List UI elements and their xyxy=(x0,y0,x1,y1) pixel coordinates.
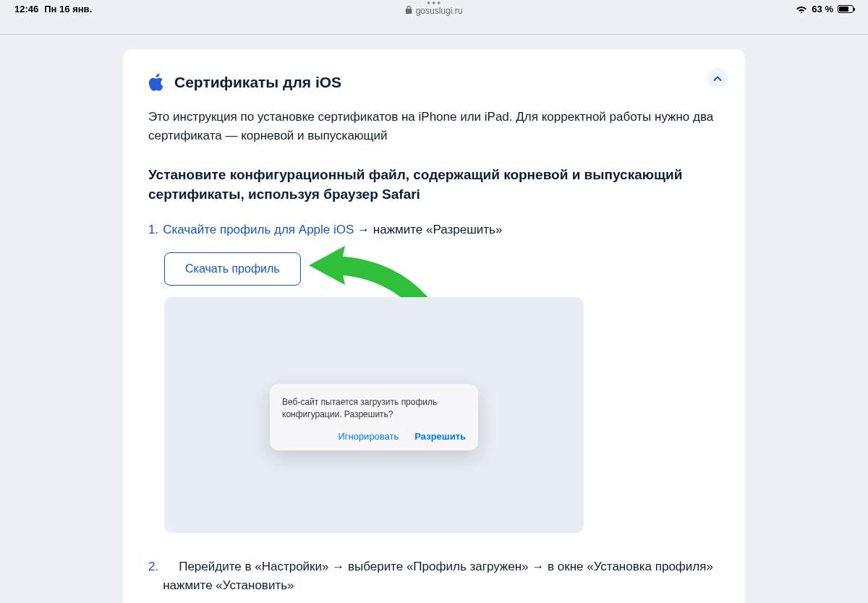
tabs-bar xyxy=(0,17,868,35)
battery-icon xyxy=(838,5,854,13)
dialog-ignore-button[interactable]: Игнорировать xyxy=(338,431,399,442)
step-2-text: Перейдите в «Настройки» → выберите «Проф… xyxy=(163,560,713,592)
card-intro: Это инструкция по установке сертификатов… xyxy=(148,108,720,146)
step-1: 1. Скачайте профиль для Apple iOS → нажм… xyxy=(148,221,720,239)
status-date: Пн 16 янв. xyxy=(44,4,92,14)
url-text: gosuslugi.ru xyxy=(416,6,463,16)
step-2: 2. Перейдите в «Настройки» → выберите «П… xyxy=(148,557,720,596)
collapse-button[interactable] xyxy=(707,68,728,88)
step-1-rest: → нажмите «Разрешить» xyxy=(354,223,502,236)
card-title: Сертификаты для iOS xyxy=(174,74,341,91)
lock-icon xyxy=(406,6,412,16)
status-time: 12:46 xyxy=(14,4,38,14)
step-1-number: 1. xyxy=(148,221,158,239)
status-bar: 12:46 Пн 16 янв. gosuslugi.ru 63 % xyxy=(0,0,868,17)
dialog-allow-button[interactable]: Разрешить xyxy=(414,431,466,442)
download-profile-link[interactable]: Скачайте профиль для Apple iOS xyxy=(163,223,354,236)
chevron-up-icon xyxy=(713,72,722,85)
card-subtitle: Установите конфигурационный файл, содерж… xyxy=(148,165,720,205)
apple-icon xyxy=(148,73,164,92)
tab-switcher-dots[interactable] xyxy=(427,1,441,4)
download-profile-button[interactable]: Скачать профиль xyxy=(164,252,301,286)
step-2-number: 2. xyxy=(148,557,158,596)
wifi-icon xyxy=(796,4,807,13)
illustration-area: Веб-сайт пытается загрузить профиль конф… xyxy=(164,297,584,533)
dialog-text: Веб-сайт пытается загрузить профиль конф… xyxy=(282,396,466,421)
battery-percent: 63 % xyxy=(812,4,833,14)
url-display[interactable]: gosuslugi.ru xyxy=(406,6,463,16)
ios-permission-dialog: Веб-сайт пытается загрузить профиль конф… xyxy=(270,384,478,450)
certificates-card: Сертификаты для iOS Это инструкция по ус… xyxy=(123,49,745,603)
